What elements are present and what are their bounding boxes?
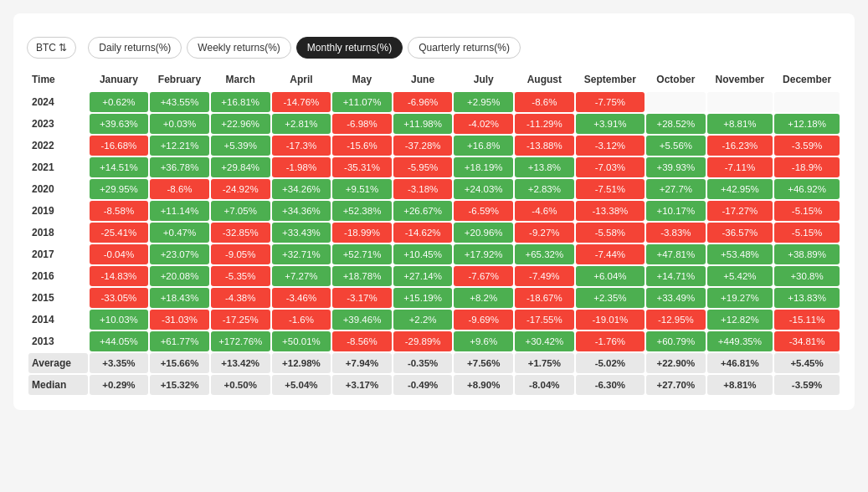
data-cell: -31.03%	[150, 310, 209, 330]
data-cell: +2.81%	[272, 114, 331, 134]
data-cell: +11.98%	[393, 114, 453, 134]
data-cell: +38.89%	[774, 244, 840, 264]
col-jul: July	[454, 69, 513, 90]
data-cell: -36.57%	[707, 223, 773, 243]
data-cell: +13.8%	[515, 157, 574, 177]
data-cell: +44.05%	[90, 331, 149, 351]
table-row: 2015-33.05%+18.43%-4.38%-3.46%-3.17%+15.…	[28, 288, 840, 308]
average-cell: +15.66%	[150, 353, 209, 373]
data-cell: -34.81%	[774, 331, 840, 351]
data-cell: +2.2%	[393, 310, 453, 330]
data-cell: -17.27%	[707, 201, 773, 221]
data-cell: -5.15%	[774, 201, 840, 221]
year-cell: 2022	[28, 136, 88, 156]
data-cell: +13.83%	[774, 288, 840, 308]
data-cell: -3.46%	[272, 288, 331, 308]
data-cell: +3.91%	[576, 114, 645, 134]
average-row: Average+3.35%+15.66%+13.42%+12.98%+7.94%…	[28, 353, 840, 373]
median-cell: +3.17%	[332, 375, 392, 395]
data-cell: +14.51%	[90, 157, 149, 177]
data-cell: -1.76%	[576, 331, 645, 351]
data-cell: +53.48%	[707, 244, 773, 264]
tab-weekly[interactable]: Weekly returns(%)	[187, 37, 290, 59]
average-label: Average	[28, 353, 88, 373]
data-cell: -13.38%	[576, 201, 645, 221]
data-cell: -14.62%	[393, 223, 453, 243]
median-cell: -6.30%	[576, 375, 645, 395]
data-cell: -6.59%	[454, 201, 513, 221]
col-jan: January	[90, 69, 149, 90]
tab-quarterly[interactable]: Quarterly returns(%)	[408, 37, 521, 59]
data-cell: -4.02%	[454, 114, 513, 134]
data-cell: -18.67%	[515, 288, 574, 308]
data-cell: +23.07%	[150, 244, 209, 264]
data-cell: -8.6%	[515, 92, 574, 112]
median-row: Median+0.29%+15.32%+0.50%+5.04%+3.17%-0.…	[28, 375, 840, 395]
data-cell: +29.84%	[211, 157, 270, 177]
table-row: 2024+0.62%+43.55%+16.81%-14.76%+11.07%-6…	[28, 92, 840, 112]
data-cell: +46.92%	[774, 179, 840, 199]
data-cell: +14.71%	[646, 266, 706, 286]
data-cell: -7.67%	[454, 266, 513, 286]
data-cell: -3.83%	[646, 223, 706, 243]
col-mar: March	[211, 69, 270, 90]
average-cell: +7.56%	[454, 353, 513, 373]
table-row: 2020+29.95%-8.6%-24.92%+34.26%+9.51%-3.1…	[28, 179, 840, 199]
tab-monthly[interactable]: Monthly returns(%)	[296, 37, 403, 59]
data-cell: +30.42%	[515, 331, 574, 351]
data-cell: -14.76%	[272, 92, 331, 112]
median-cell: +5.04%	[272, 375, 331, 395]
data-cell: +28.52%	[646, 114, 706, 134]
average-cell: +3.35%	[90, 353, 149, 373]
data-cell: +0.62%	[90, 92, 149, 112]
tab-bar: BTC ⇅ Daily returns(%) Weekly returns(%)…	[27, 37, 841, 59]
data-cell: +12.18%	[774, 114, 840, 134]
data-cell	[774, 92, 840, 112]
data-cell: -16.68%	[90, 136, 149, 156]
data-cell: +61.77%	[150, 331, 209, 351]
main-container: BTC ⇅ Daily returns(%) Weekly returns(%)…	[13, 13, 855, 410]
data-cell: +39.93%	[646, 157, 706, 177]
data-cell: +52.38%	[332, 201, 392, 221]
data-cell: +30.8%	[774, 266, 840, 286]
data-cell: +10.03%	[90, 310, 149, 330]
data-cell: +43.55%	[150, 92, 209, 112]
table-row: 2013+44.05%+61.77%+172.76%+50.01%-8.56%-…	[28, 331, 840, 351]
median-label: Median	[28, 375, 88, 395]
data-cell: +5.42%	[707, 266, 773, 286]
data-cell: +10.45%	[393, 244, 453, 264]
year-cell: 2014	[28, 310, 88, 330]
col-aug: August	[515, 69, 574, 90]
data-cell: +24.03%	[454, 179, 513, 199]
data-cell: +26.67%	[393, 201, 453, 221]
data-cell: -7.03%	[576, 157, 645, 177]
data-cell: -25.41%	[90, 223, 149, 243]
data-cell: +39.63%	[90, 114, 149, 134]
tab-daily[interactable]: Daily returns(%)	[88, 37, 182, 59]
year-cell: 2020	[28, 179, 88, 199]
btc-select[interactable]: BTC ⇅	[27, 37, 76, 59]
median-cell: +27.70%	[646, 375, 706, 395]
data-cell: -5.95%	[393, 157, 453, 177]
data-cell: +29.95%	[90, 179, 149, 199]
data-cell: +5.39%	[211, 136, 270, 156]
table-row: 2021+14.51%+36.78%+29.84%-1.98%-35.31%-5…	[28, 157, 840, 177]
table-row: 2014+10.03%-31.03%-17.25%-1.6%+39.46%+2.…	[28, 310, 840, 330]
col-nov: November	[707, 69, 773, 90]
data-cell: +12.21%	[150, 136, 209, 156]
data-cell: +18.19%	[454, 157, 513, 177]
data-cell: +16.81%	[211, 92, 270, 112]
data-cell: +20.08%	[150, 266, 209, 286]
average-cell: +1.75%	[515, 353, 574, 373]
table-row: 2017-0.04%+23.07%-9.05%+32.71%+52.71%+10…	[28, 244, 840, 264]
data-cell: -33.05%	[90, 288, 149, 308]
data-cell: +8.81%	[707, 114, 773, 134]
data-cell: -5.35%	[211, 266, 270, 286]
data-cell: -3.17%	[332, 288, 392, 308]
col-sep: September	[576, 69, 645, 90]
data-cell: -1.6%	[272, 310, 331, 330]
data-cell: -9.27%	[515, 223, 574, 243]
col-apr: April	[272, 69, 331, 90]
data-cell: -24.92%	[211, 179, 270, 199]
returns-table: Time January February March April May Ju…	[27, 67, 841, 397]
